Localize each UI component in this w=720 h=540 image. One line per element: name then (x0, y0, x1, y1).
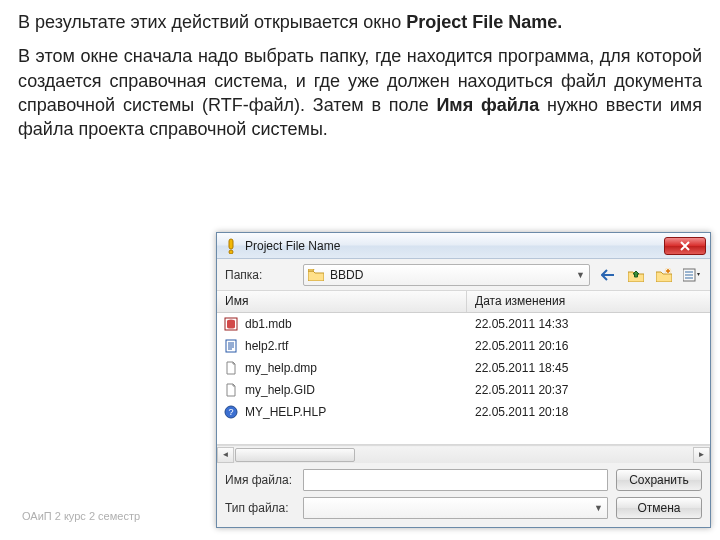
list-item[interactable]: help2.rtf 22.05.2011 20:16 (217, 335, 710, 357)
filename-label: Имя файла: (225, 473, 295, 487)
folder-value: BBDD (330, 268, 363, 282)
file-icon (223, 360, 239, 376)
nav-back-button[interactable] (598, 265, 618, 285)
save-button[interactable]: Сохранить (616, 469, 702, 491)
filename-input[interactable] (303, 469, 608, 491)
filetype-select[interactable]: ▼ (303, 497, 608, 519)
titlebar: Project File Name (217, 233, 710, 259)
cancel-button[interactable]: Отмена (616, 497, 702, 519)
folder-row: Папка: BBDD ▼ (217, 259, 710, 291)
file-list: db1.mdb 22.05.2011 14:33 help2.rtf 22.05… (217, 313, 710, 445)
list-item[interactable]: my_help.GID 22.05.2011 20:37 (217, 379, 710, 401)
filetype-label: Тип файла: (225, 501, 295, 515)
new-folder-button[interactable] (654, 265, 674, 285)
scroll-right-button[interactable]: ► (693, 447, 710, 463)
svg-point-1 (229, 250, 233, 254)
para1-b: Project File Name. (406, 12, 562, 32)
chevron-down-icon: ▼ (576, 270, 585, 280)
help-icon: ? (223, 404, 239, 420)
list-header: Имя Дата изменения (217, 291, 710, 313)
app-icon (223, 238, 239, 254)
up-one-level-button[interactable] (626, 265, 646, 285)
horizontal-scrollbar[interactable]: ◄ ► (217, 445, 710, 463)
view-menu-button[interactable] (682, 265, 702, 285)
footer-note: ОАиП 2 курс 2 семестр (22, 510, 140, 522)
folder-label: Папка: (225, 268, 295, 282)
svg-rect-6 (226, 340, 236, 352)
para2-b: Имя файла (436, 95, 539, 115)
doc-icon (223, 338, 239, 354)
chevron-down-icon: ▼ (594, 503, 603, 513)
col-date[interactable]: Дата изменения (467, 291, 710, 312)
file-icon (223, 382, 239, 398)
svg-rect-0 (229, 239, 233, 249)
save-dialog: Project File Name Папка: BBDD ▼ (216, 232, 711, 528)
scroll-thumb[interactable] (235, 448, 355, 462)
para1-a: В результате этих действий открывается о… (18, 12, 406, 32)
svg-text:?: ? (228, 407, 233, 417)
scroll-track[interactable] (234, 447, 693, 463)
dialog-title: Project File Name (245, 239, 658, 253)
list-item[interactable]: my_help.dmp 22.05.2011 18:45 (217, 357, 710, 379)
folder-combo[interactable]: BBDD ▼ (303, 264, 590, 286)
folder-icon (308, 267, 324, 283)
list-item[interactable]: ?MY_HELP.HLP 22.05.2011 20:18 (217, 401, 710, 423)
close-button[interactable] (664, 237, 706, 255)
db-icon (223, 316, 239, 332)
list-item[interactable]: db1.mdb 22.05.2011 14:33 (217, 313, 710, 335)
col-name[interactable]: Имя (217, 291, 467, 312)
scroll-left-button[interactable]: ◄ (217, 447, 234, 463)
slide-body: В результате этих действий открывается о… (0, 0, 720, 141)
